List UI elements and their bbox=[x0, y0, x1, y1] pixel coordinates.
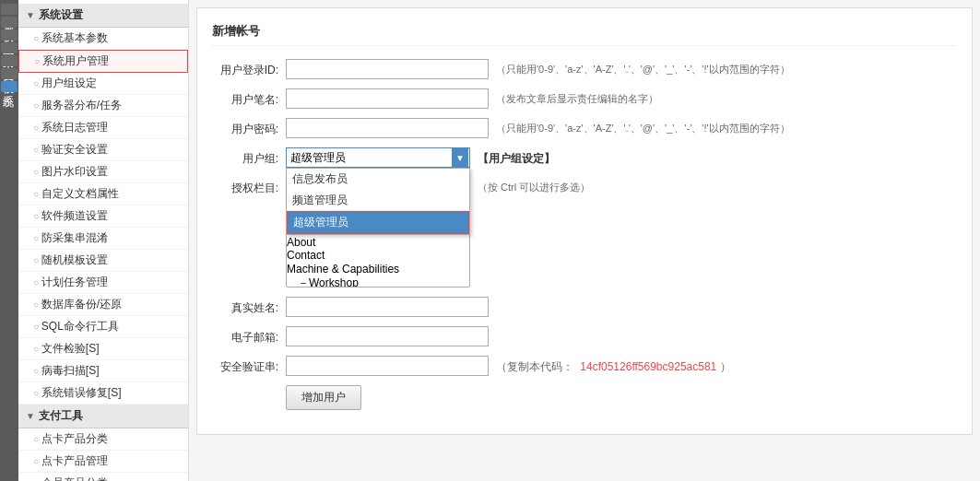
sidebar-item-channel-settings[interactable]: 软件频道设置 bbox=[18, 205, 188, 228]
email-row: 电子邮箱: bbox=[212, 326, 957, 346]
realname-row: 真实姓名: bbox=[212, 297, 957, 317]
realname-label: 真实姓名: bbox=[212, 297, 286, 316]
vtab-module[interactable]: 模块 bbox=[1, 17, 18, 28]
submit-spacer bbox=[212, 385, 286, 389]
dropdown-option-admin[interactable]: 超级管理员 bbox=[287, 211, 469, 234]
perm-machine[interactable]: Machine & Capabilities bbox=[287, 263, 469, 276]
vtab-member[interactable]: 会员 bbox=[1, 55, 18, 66]
password-row: 用户密码: （只能用'0-9'、'a-z'、'A-Z'、'.'、'@'、'_'、… bbox=[212, 118, 957, 138]
sidebar-item-card-category[interactable]: 点卡产品分类 bbox=[18, 428, 188, 451]
usergroup-select-wrapper: 超级管理员 ▼ 信息发布员 频道管理员 超级管理员 bbox=[286, 147, 470, 168]
sidebar-item-security[interactable]: 验证安全设置 bbox=[18, 139, 188, 161]
section-title-system: 系统设置 bbox=[39, 7, 83, 23]
perm-contact[interactable]: Contact bbox=[287, 249, 469, 262]
sidebar: ▼ 系统设置 系统基本参数 系统用户管理 用户组设定 服务器分布/任务 系统日志… bbox=[18, 0, 189, 481]
sidebar-item-random-template[interactable]: 随机模板设置 bbox=[18, 250, 188, 272]
section-title-payment: 支付工具 bbox=[39, 408, 83, 424]
section-arrow: ▼ bbox=[26, 10, 35, 20]
vtab-core[interactable]: 核心 bbox=[1, 4, 18, 15]
login-id-hint: （只能用'0-9'、'a-z'、'A-Z'、'.'、'@'、'_'、'-'、'!… bbox=[496, 59, 790, 76]
usergroup-select[interactable]: 超级管理员 ▼ bbox=[286, 147, 470, 168]
sidebar-item-basic-params[interactable]: 系统基本参数 bbox=[18, 28, 188, 50]
sidebar-item-anti-collect[interactable]: 防采集串混淆 bbox=[18, 228, 188, 250]
form-panel: 新增帐号 用户登录ID: （只能用'0-9'、'a-z'、'A-Z'、'.'、'… bbox=[196, 7, 973, 435]
login-id-label: 用户登录ID: bbox=[212, 59, 286, 78]
password-hint: （只能用'0-9'、'a-z'、'A-Z'、'.'、'@'、'_'、'-'、'!… bbox=[496, 118, 790, 135]
sidebar-item-sys-log[interactable]: 系统日志管理 bbox=[18, 117, 188, 139]
vtab-template[interactable]: 模板 bbox=[1, 68, 18, 79]
vtab-collect[interactable]: 采集 bbox=[1, 42, 18, 53]
sidebar-item-virus-scan[interactable]: 病毒扫描[S] bbox=[18, 360, 188, 382]
sidebar-item-user-group[interactable]: 用户组设定 bbox=[18, 73, 188, 95]
username-hint: （发布文章后显示责任编辑的名字） bbox=[496, 88, 658, 106]
perm-workshop[interactable]: －Workshop bbox=[287, 276, 469, 287]
realname-input[interactable] bbox=[286, 297, 489, 317]
sidebar-item-card-management[interactable]: 点卡产品管理 bbox=[18, 451, 188, 473]
sidebar-item-member-category[interactable]: 会员产品分类 bbox=[18, 473, 188, 481]
usergroup-selected-value: 超级管理员 bbox=[290, 150, 346, 166]
panel-title: 新增帐号 bbox=[212, 23, 957, 46]
section-arrow-payment: ▼ bbox=[26, 411, 35, 421]
sidebar-item-user-management[interactable]: 系统用户管理 bbox=[18, 50, 188, 73]
dropdown-arrow-icon: ▼ bbox=[452, 147, 468, 168]
username-label: 用户笔名: bbox=[212, 88, 286, 108]
permission-label: 授权栏目: bbox=[212, 177, 286, 196]
password-input[interactable] bbox=[286, 118, 489, 138]
username-row: 用户笔名: （发布文章后显示责任编辑的名字） bbox=[212, 88, 957, 109]
sidebar-item-task-management[interactable]: 计划任务管理 bbox=[18, 272, 188, 294]
submit-button[interactable]: 增加用户 bbox=[286, 385, 361, 410]
security-hint-suffix: ） bbox=[720, 360, 731, 373]
usergroup-settings-link[interactable]: 【用户组设定】 bbox=[478, 147, 555, 167]
sidebar-item-sql-tool[interactable]: SQL命令行工具 bbox=[18, 316, 188, 338]
usergroup-row: 用户组: 超级管理员 ▼ 信息发布员 频道管理员 超级管理员 【用户组设定】 bbox=[212, 147, 957, 168]
vtab-generate[interactable]: 生成 bbox=[1, 29, 18, 41]
permission-hint: （按 Ctrl 可以进行多选） bbox=[478, 177, 590, 194]
username-input[interactable] bbox=[286, 88, 489, 109]
dropdown-option-channel[interactable]: 频道管理员 bbox=[287, 190, 469, 211]
usergroup-dropdown: 信息发布员 频道管理员 超级管理员 bbox=[286, 168, 470, 235]
security-hint: （复制本代码： 14cf05126ff569bc925ac581 ） bbox=[496, 356, 731, 375]
security-label: 安全验证串: bbox=[212, 356, 286, 375]
login-id-input[interactable] bbox=[286, 59, 489, 79]
vertical-tabs: 核心 模块 生成 采集 会员 模板 系统 bbox=[0, 0, 18, 481]
sidebar-section-system: ▼ 系统设置 bbox=[18, 4, 188, 28]
email-label: 电子邮箱: bbox=[212, 326, 286, 346]
sidebar-item-watermark[interactable]: 图片水印设置 bbox=[18, 161, 188, 183]
security-input[interactable] bbox=[286, 356, 489, 376]
main-content: 新增帐号 用户登录ID: （只能用'0-9'、'a-z'、'A-Z'、'.'、'… bbox=[189, 0, 980, 481]
usergroup-label: 用户组: bbox=[212, 147, 286, 167]
sidebar-item-file-check[interactable]: 文件检验[S] bbox=[18, 338, 188, 360]
email-input[interactable] bbox=[286, 326, 489, 346]
security-row: 安全验证串: （复制本代码： 14cf05126ff569bc925ac581 … bbox=[212, 356, 957, 376]
security-hint-prefix: （复制本代码： bbox=[496, 360, 573, 373]
login-id-row: 用户登录ID: （只能用'0-9'、'a-z'、'A-Z'、'.'、'@'、'_… bbox=[212, 59, 957, 79]
sidebar-item-db-backup[interactable]: 数据库备份/还原 bbox=[18, 294, 188, 316]
password-label: 用户密码: bbox=[212, 118, 286, 137]
perm-about[interactable]: About bbox=[287, 236, 469, 249]
sidebar-item-server-dist[interactable]: 服务器分布/任务 bbox=[18, 95, 188, 117]
submit-row: 增加用户 bbox=[212, 385, 957, 410]
sidebar-section-payment: ▼ 支付工具 bbox=[18, 405, 188, 428]
sidebar-item-custom-doc[interactable]: 自定义文档属性 bbox=[18, 183, 188, 205]
dropdown-option-info[interactable]: 信息发布员 bbox=[287, 169, 469, 190]
sidebar-item-error-fix[interactable]: 系统错误修复[S] bbox=[18, 382, 188, 405]
security-code-value: 14cf05126ff569bc925ac581 bbox=[580, 360, 716, 373]
vtab-system[interactable]: 系统 bbox=[1, 81, 18, 92]
